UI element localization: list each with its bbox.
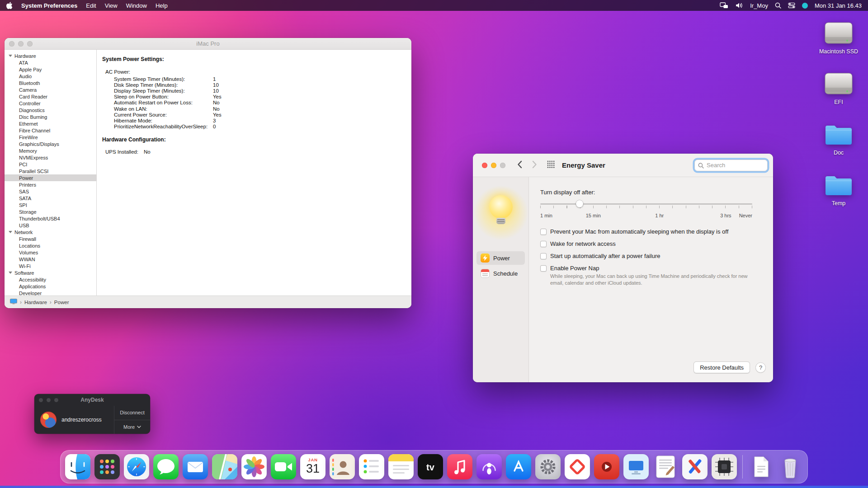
sidebar-item-memory[interactable]: Memory — [5, 147, 96, 154]
anydesk-status-icon[interactable] — [802, 3, 808, 9]
forward-button[interactable] — [532, 160, 537, 170]
sidebar-item-pci[interactable]: PCI — [5, 161, 96, 168]
control-center-icon[interactable] — [788, 2, 795, 9]
sidebar-item-firewall[interactable]: Firewall — [5, 235, 96, 242]
disclosure-triangle-icon[interactable] — [9, 272, 12, 274]
checkbox-start-up-automatically-after-a-power-failure[interactable] — [540, 253, 547, 259]
menu-window[interactable]: Window — [126, 2, 147, 9]
sidebar-item-wi-fi[interactable]: Wi-Fi — [5, 263, 96, 269]
sidebar-item-camera[interactable]: Camera — [5, 86, 96, 93]
energy-saver-toolbar[interactable]: Energy Saver — [473, 154, 773, 177]
disconnect-button[interactable]: Disconnect — [114, 406, 150, 420]
volume-icon[interactable] — [735, 2, 743, 9]
sidebar-item-bluetooth[interactable]: Bluetooth — [5, 80, 96, 86]
menu-system-preferences[interactable]: System Preferences — [21, 2, 77, 9]
minimize-button[interactable] — [47, 398, 51, 402]
checkbox-prevent-your-mac-from-automatically-sleeping-when-the-display-is-off[interactable] — [540, 229, 547, 235]
dock-item-music[interactable] — [447, 454, 472, 479]
disclosure-triangle-icon[interactable] — [9, 55, 12, 57]
sidebar-item-volumes[interactable]: Volumes — [5, 249, 96, 256]
sidebar-item-audio[interactable]: Audio — [5, 73, 96, 80]
sidebar-item-sas[interactable]: SAS — [5, 188, 96, 195]
breadcrumb-power[interactable]: Power — [54, 300, 69, 305]
sidebar-item-disc-burning[interactable]: Disc Burning — [5, 113, 96, 120]
dock-item-finder[interactable] — [65, 454, 90, 479]
sidebar-item-applications[interactable]: Applications — [5, 283, 96, 290]
help-button[interactable]: ? — [755, 362, 766, 373]
sidebar-item-controller[interactable]: Controller — [5, 100, 96, 107]
restore-defaults-button[interactable]: Restore Defaults — [693, 361, 750, 373]
dock-item-safari[interactable] — [124, 454, 149, 479]
dock-item-podcasts[interactable] — [476, 454, 502, 479]
show-all-grid-icon[interactable] — [547, 160, 555, 170]
sidebar-item-developer[interactable]: Developer — [5, 290, 96, 296]
dock-item-maps[interactable] — [212, 454, 237, 479]
dock-item-remote-red[interactable] — [594, 454, 619, 479]
checkbox-enable-power-nap[interactable] — [540, 265, 547, 272]
dock-item-photos[interactable] — [241, 454, 267, 479]
dock-item-screen-share[interactable] — [623, 454, 649, 479]
zoom-button[interactable] — [500, 163, 505, 168]
dock-item-reminders[interactable] — [359, 454, 384, 479]
dock-item-app-store[interactable] — [506, 454, 531, 479]
display-off-slider[interactable] — [540, 200, 752, 210]
sidebar-item-schedule[interactable]: Schedule — [476, 267, 525, 280]
apple-menu-icon[interactable] — [6, 2, 13, 9]
dock-item-system-preferences[interactable] — [535, 454, 561, 479]
menu-view[interactable]: View — [105, 2, 118, 9]
search-input[interactable] — [694, 160, 768, 171]
anydesk-titlebar[interactable]: AnyDesk — [34, 394, 150, 406]
dock-item-calendar[interactable]: JAN31 — [300, 454, 326, 479]
dock-item-documents[interactable] — [748, 454, 774, 479]
dock-item-trash[interactable] — [778, 454, 803, 479]
desktop-icon-efi[interactable]: EFI — [812, 69, 865, 119]
tree-section-software[interactable]: Software — [5, 269, 96, 276]
dock-item-anydesk[interactable] — [565, 454, 590, 479]
zoom-button[interactable] — [54, 398, 58, 402]
close-button[interactable] — [39, 398, 43, 402]
sidebar-item-sata[interactable]: SATA — [5, 195, 96, 202]
slider-thumb[interactable] — [576, 200, 583, 207]
more-button[interactable]: More — [114, 420, 150, 434]
dock-item-messages[interactable] — [153, 454, 179, 479]
dock-item-launchpad[interactable] — [94, 454, 120, 479]
menu-help[interactable]: Help — [156, 2, 168, 9]
dock-item-textedit[interactable] — [653, 454, 678, 479]
checkbox-wake-for-network-access[interactable] — [540, 241, 547, 247]
desktop-icon-doc[interactable]: Doc — [812, 119, 865, 170]
desktop-icon-macintosh-ssd[interactable]: Macintosh SSD — [812, 18, 865, 69]
tree-section-hardware[interactable]: Hardware — [5, 52, 96, 59]
dock-item-notes[interactable] — [388, 454, 414, 479]
dock-item-chip-utility[interactable] — [712, 454, 737, 479]
system-information-titlebar[interactable]: iMac Pro — [5, 38, 411, 50]
sidebar-item-spi[interactable]: SPI — [5, 202, 96, 208]
close-button[interactable] — [482, 163, 487, 168]
dock-item-facetime[interactable] — [271, 454, 296, 479]
tree-section-network[interactable]: Network — [5, 229, 96, 235]
menu-username[interactable]: Ir_Moy — [750, 2, 768, 9]
sidebar-item-wwan[interactable]: WWAN — [5, 256, 96, 263]
sidebar-item-apple-pay[interactable]: Apple Pay — [5, 66, 96, 73]
sidebar-item-parallel-scsi[interactable]: Parallel SCSI — [5, 168, 96, 174]
dock-item-editor-tools[interactable] — [682, 454, 708, 479]
sidebar-item-power[interactable]: Power — [5, 174, 96, 181]
desktop-icon-temp[interactable]: Temp — [812, 170, 865, 221]
sidebar-item-nvmexpress[interactable]: NVMExpress — [5, 154, 96, 161]
sidebar-item-printers[interactable]: Printers — [5, 181, 96, 188]
sidebar-item-thunderbolt-usb4[interactable]: Thunderbolt/USB4 — [5, 215, 96, 222]
sidebar-item-storage[interactable]: Storage — [5, 208, 96, 215]
dock-item-tv[interactable]: tv — [418, 454, 443, 479]
screen-mirroring-icon[interactable] — [720, 2, 728, 9]
dock-item-contacts[interactable] — [330, 454, 355, 479]
sidebar-item-firewire[interactable]: FireWire — [5, 134, 96, 141]
sidebar-item-ata[interactable]: ATA — [5, 59, 96, 66]
sidebar-item-graphics-displays[interactable]: Graphics/Displays — [5, 141, 96, 147]
sidebar-item-ethernet[interactable]: Ethernet — [5, 120, 96, 127]
spotlight-icon[interactable] — [775, 2, 781, 9]
sidebar-item-power[interactable]: Power — [476, 251, 525, 265]
menu-edit[interactable]: Edit — [86, 2, 96, 9]
sidebar-item-fibre-channel[interactable]: Fibre Channel — [5, 127, 96, 134]
sidebar-item-locations[interactable]: Locations — [5, 242, 96, 249]
dock-item-mail[interactable] — [183, 454, 208, 479]
sidebar-item-accessibility[interactable]: Accessibility — [5, 276, 96, 283]
